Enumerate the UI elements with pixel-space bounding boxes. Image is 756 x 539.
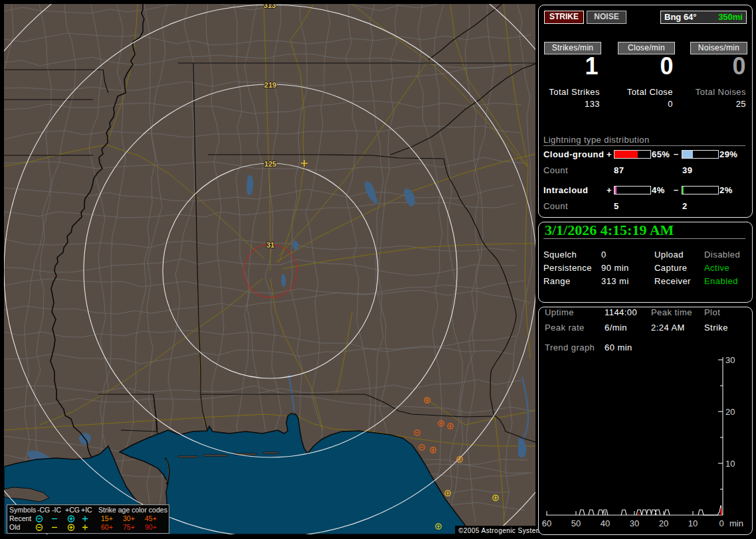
svg-text:10: 10	[725, 459, 735, 469]
svg-text:50: 50	[571, 518, 581, 528]
svg-text:40: 40	[601, 518, 610, 528]
svg-text:10: 10	[688, 518, 698, 528]
svg-text:30: 30	[725, 355, 735, 365]
svg-text:min: min	[729, 518, 743, 528]
svg-text:60: 60	[542, 518, 551, 528]
svg-text:20: 20	[725, 407, 735, 417]
svg-text:20: 20	[659, 518, 668, 528]
svg-text:0: 0	[719, 518, 723, 528]
svg-text:30: 30	[630, 518, 639, 528]
